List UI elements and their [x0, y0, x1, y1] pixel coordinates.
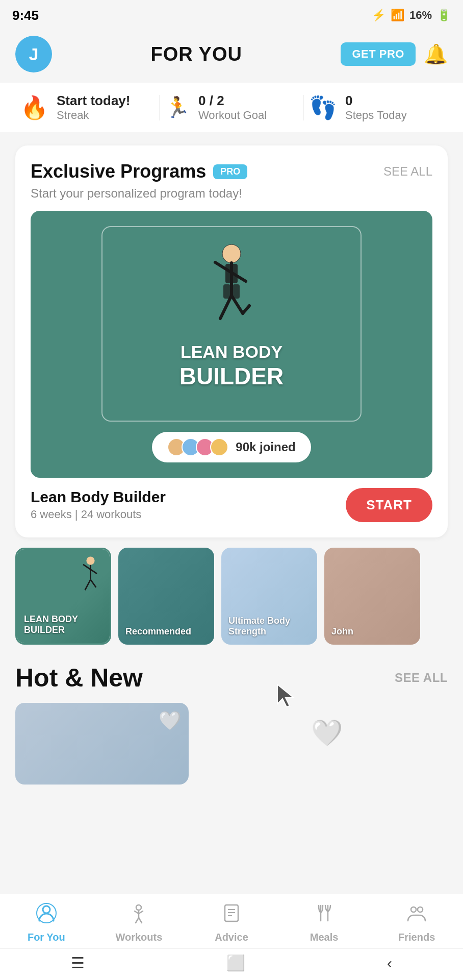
carousel-bg-2: Recommended [118, 548, 214, 645]
advice-nav-label: Advice [215, 932, 248, 943]
status-bar: 9:45 ⚡ 📶 16% 🔋 [0, 0, 463, 31]
system-back-icon[interactable]: ‹ [387, 954, 392, 972]
carousel-label-3: Ultimate BodyStrength [228, 616, 290, 638]
steps-info: 0 Steps Today [345, 93, 407, 122]
meals-nav-icon [314, 902, 335, 928]
heart-icon-1[interactable]: 🤍 [159, 710, 182, 731]
nav-item-friends[interactable]: Friends [370, 902, 463, 943]
joined-count: 90k joined [236, 440, 295, 454]
carousel-item-2[interactable]: Recommended [118, 548, 214, 645]
for-you-nav-icon [36, 902, 57, 928]
carousel-label-2: Recommended [125, 626, 191, 638]
carousel-item-1[interactable]: LEAN BODYBUILDER [15, 548, 111, 645]
hot-new-cards-row: 🤍 🤍 [15, 703, 448, 785]
exclusive-programs-see-all[interactable]: SEE ALL [383, 164, 432, 179]
carousel-bg-1: LEAN BODYBUILDER [17, 549, 110, 643]
workout-icon: 🏃 [165, 95, 190, 119]
get-pro-button[interactable]: GET PRO [341, 42, 416, 66]
nav-item-advice[interactable]: Advice [185, 902, 278, 943]
joined-avatars [167, 438, 228, 456]
nav-item-workouts[interactable]: Workouts [93, 902, 186, 943]
svg-point-32 [418, 907, 423, 912]
hot-new-section-header: Hot & New SEE ALL [15, 663, 448, 693]
cursor-arrow [275, 682, 296, 710]
svg-line-6 [243, 306, 249, 313]
svg-rect-8 [223, 284, 230, 299]
svg-rect-9 [233, 284, 240, 299]
steps-label: Steps Today [345, 109, 407, 122]
svg-line-4 [220, 296, 232, 318]
workout-goal-info: 0 / 2 Workout Goal [198, 93, 267, 122]
hot-new-title: Hot & New [15, 663, 143, 693]
streak-stat: 🔥 Start today! Streak [20, 93, 154, 122]
steps-stat: 👣 0 Steps Today [309, 93, 443, 122]
carousel-figure-1 [76, 554, 105, 600]
friends-nav-icon [406, 902, 427, 928]
fire-icon: 🔥 [20, 94, 48, 121]
svg-line-14 [85, 579, 91, 590]
for-you-nav-label: For You [28, 932, 65, 943]
friends-nav-label: Friends [398, 932, 435, 943]
stat-divider-1 [159, 95, 160, 120]
carousel-row: LEAN BODYBUILDER Recommended Ultimate Bo… [15, 548, 448, 648]
carousel-item-3[interactable]: Ultimate BodyStrength [221, 548, 317, 645]
system-menu-icon[interactable]: ☰ [71, 954, 85, 972]
advice-nav-icon [221, 902, 242, 928]
hot-new-card-1[interactable]: 🤍 [15, 703, 189, 785]
system-nav-bar: ☰ ⬜ ‹ [0, 948, 463, 980]
bottom-nav: For You Workouts [0, 894, 463, 980]
carousel-label-4: John [331, 626, 353, 638]
svg-line-12 [83, 565, 90, 570]
svg-point-10 [86, 556, 94, 565]
svg-marker-16 [277, 684, 294, 707]
meals-nav-label: Meals [310, 932, 339, 943]
notification-bell-icon[interactable]: 🔔 [424, 43, 448, 65]
program-figure-icon [201, 239, 262, 341]
nav-item-for-you[interactable]: For You [0, 902, 93, 943]
wifi-icon: 📶 [391, 9, 404, 22]
svg-point-17 [43, 906, 50, 913]
program-banner: LEAN BODY BUILDER 90k joined [31, 211, 432, 478]
pro-badge: PRO [213, 164, 247, 179]
stat-divider-2 [303, 95, 304, 120]
carousel-label-1: LEAN BODYBUILDER [24, 614, 78, 636]
program-info-detail: 6 weeks | 24 workouts [31, 508, 346, 521]
workout-goal-value: 0 / 2 [198, 93, 267, 109]
hot-new-see-all[interactable]: SEE ALL [395, 671, 448, 685]
header: J FOR YOU GET PRO 🔔 [0, 31, 463, 83]
carousel-item-4[interactable]: John [324, 548, 420, 645]
programs-title-row: Exclusive Programs PRO [31, 161, 247, 182]
joined-badge: 90k joined [152, 432, 311, 462]
carousel-bg-3: Ultimate BodyStrength [221, 548, 317, 645]
steps-icon: 👣 [309, 94, 337, 121]
avatar[interactable]: J [15, 36, 52, 72]
status-time: 9:45 [12, 8, 39, 23]
workouts-nav-icon [128, 902, 149, 928]
start-button[interactable]: START [346, 488, 432, 522]
heart-icon-right[interactable]: 🤍 [311, 718, 343, 748]
svg-point-0 [222, 244, 241, 263]
workout-goal-label: Workout Goal [198, 109, 267, 122]
program-card-inner: LEAN BODY BUILDER [101, 226, 362, 422]
header-right: GET PRO 🔔 [341, 42, 448, 66]
program-name: LEAN BODY [181, 341, 282, 362]
main-content: Exclusive Programs PRO SEE ALL Start you… [0, 140, 463, 790]
system-home-icon[interactable]: ⬜ [226, 954, 245, 972]
nav-item-meals[interactable]: Meals [278, 902, 371, 943]
page-title: FOR YOU [151, 43, 242, 65]
svg-line-15 [91, 579, 96, 587]
programs-title: Exclusive Programs [31, 161, 206, 182]
battery-text: 16% [409, 9, 432, 22]
svg-rect-7 [225, 264, 238, 283]
status-icons: ⚡ 📶 16% 🔋 [372, 9, 451, 22]
streak-label: Streak [57, 109, 130, 122]
carousel-bg-4: John [324, 548, 420, 645]
program-info-name: Lean Body Builder [31, 488, 346, 506]
program-info-row: Lean Body Builder 6 weeks | 24 workouts … [31, 488, 432, 522]
steps-value: 0 [345, 93, 407, 109]
program-info-left: Lean Body Builder 6 weeks | 24 workouts [31, 488, 346, 521]
svg-line-13 [91, 569, 97, 573]
battery-icon: 🔋 [437, 9, 451, 22]
streak-info: Start today! Streak [57, 93, 130, 122]
program-name-big: BUILDER [179, 362, 284, 390]
